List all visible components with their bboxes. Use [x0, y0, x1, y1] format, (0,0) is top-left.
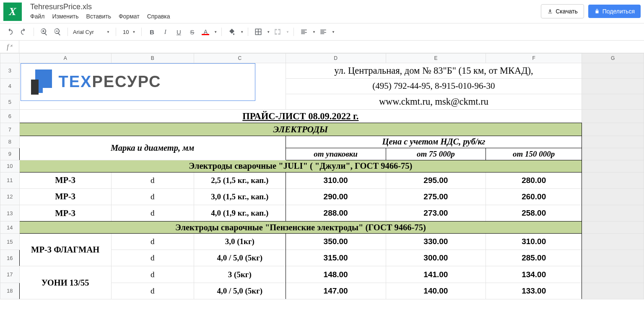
text-color-button[interactable]: A	[200, 26, 211, 38]
zoom-in-button[interactable]	[38, 26, 50, 38]
row-header-15[interactable]: 15	[0, 234, 20, 250]
align-h-button[interactable]	[298, 26, 310, 38]
chevron-down-icon[interactable]: ▼	[267, 30, 270, 34]
menu-help[interactable]: Справка	[147, 13, 170, 20]
merge-button[interactable]	[272, 26, 283, 38]
r12-size[interactable]: 3,0 (1,5 кг., кап.)	[194, 188, 286, 205]
row-header-7[interactable]: 7	[0, 123, 20, 136]
header-price[interactable]: Цена с учетом НДС, руб/кг	[286, 136, 582, 148]
r17-p1[interactable]: 148.00	[286, 266, 386, 283]
r13-d[interactable]: d	[111, 205, 194, 221]
address-line2[interactable]: (495) 792-44-95, 8-915-010-96-30	[286, 78, 582, 94]
cell-g13[interactable]	[582, 205, 644, 221]
col-header-b[interactable]: B	[111, 54, 194, 63]
cell-g8[interactable]	[582, 136, 644, 148]
col-header-c[interactable]: C	[194, 54, 286, 63]
r18-size[interactable]: 4,0 / 5,0 (5кг)	[194, 283, 286, 299]
cell-g14[interactable]	[582, 221, 644, 234]
r15-d[interactable]: d	[111, 234, 194, 250]
cell-g11[interactable]	[582, 172, 644, 188]
r15-p1[interactable]: 350.00	[286, 234, 386, 250]
row-header-11[interactable]: 11	[0, 172, 20, 188]
row-header-5[interactable]: 5	[0, 94, 20, 109]
r17-p2[interactable]: 141.00	[386, 266, 486, 283]
menu-insert[interactable]: Вставить	[86, 13, 111, 20]
r11-d[interactable]: d	[111, 172, 194, 188]
menu-file[interactable]: Файл	[30, 13, 44, 20]
r13-p2[interactable]: 273.00	[386, 205, 486, 221]
r13-p3[interactable]: 258.00	[486, 205, 582, 221]
price-title[interactable]: ПРАЙС-ЛИСТ 08.09.2022 г.	[19, 110, 582, 123]
cell-g5[interactable]	[582, 94, 644, 109]
header-col-f[interactable]: от 150 000р	[486, 148, 582, 160]
row-header-14[interactable]: 14	[0, 221, 20, 234]
r11-p1[interactable]: 310.00	[286, 172, 386, 188]
r11-brand[interactable]: МР-3	[19, 172, 111, 188]
r17-brand[interactable]: УОНИ 13/55	[19, 266, 111, 299]
r12-p2[interactable]: 275.00	[386, 188, 486, 205]
address-line3[interactable]: www.ckmt.ru, msk@ckmt.ru	[286, 94, 582, 109]
group1-header[interactable]: Электроды сварочные "JULI" ( "Джули", ГО…	[19, 160, 582, 172]
r13-p1[interactable]: 288.00	[286, 205, 386, 221]
r18-p2[interactable]: 140.00	[386, 283, 486, 299]
row-header-18[interactable]: 18	[0, 283, 20, 299]
r12-p1[interactable]: 290.00	[286, 188, 386, 205]
row-header-8[interactable]: 8	[0, 136, 20, 148]
header-brand[interactable]: Марка и диаметр, мм	[19, 136, 286, 160]
undo-button[interactable]	[4, 26, 16, 38]
cell-g15[interactable]	[582, 234, 644, 250]
fill-color-button[interactable]	[226, 26, 238, 38]
address-line1[interactable]: ул. Центральная, дом № 83"Б" (15 км, от …	[286, 63, 582, 78]
r11-p2[interactable]: 295.00	[386, 172, 486, 188]
formula-input[interactable]	[19, 41, 644, 53]
row-header-13[interactable]: 13	[0, 205, 20, 221]
row-header-9[interactable]: 9	[0, 148, 20, 160]
r12-d[interactable]: d	[111, 188, 194, 205]
r18-p3[interactable]: 133.00	[486, 283, 582, 299]
r18-d[interactable]: d	[111, 283, 194, 299]
row-header-17[interactable]: 17	[0, 266, 20, 283]
cell-g9[interactable]	[582, 148, 644, 160]
borders-button[interactable]	[252, 26, 264, 38]
row-header-3[interactable]: 3	[0, 63, 20, 78]
align-v-button[interactable]	[317, 26, 329, 38]
cell-g3[interactable]	[582, 63, 644, 78]
r12-brand[interactable]: МР-3	[19, 188, 111, 205]
r16-p1[interactable]: 315.00	[286, 250, 386, 266]
cell-g17[interactable]	[582, 266, 644, 283]
font-select[interactable]: Arial Cyr▼	[72, 27, 112, 37]
cell-g7[interactable]	[582, 123, 644, 136]
col-header-e[interactable]: E	[386, 54, 486, 63]
r15-p2[interactable]: 330.00	[386, 234, 486, 250]
r15-size[interactable]: 3,0 (1кг)	[194, 234, 286, 250]
cell-g10[interactable]	[582, 160, 644, 172]
row-header-16[interactable]: 16	[0, 250, 20, 266]
cell-g12[interactable]	[582, 188, 644, 205]
r17-size[interactable]: 3 (5кг)	[194, 266, 286, 283]
share-button[interactable]: Поделиться	[588, 5, 641, 18]
select-all-corner[interactable]	[0, 54, 20, 63]
r17-p3[interactable]: 134.00	[486, 266, 582, 283]
col-header-g[interactable]: G	[582, 54, 644, 63]
r17-d[interactable]: d	[111, 266, 194, 283]
redo-button[interactable]	[18, 26, 29, 38]
download-button[interactable]: Скачать	[541, 4, 584, 18]
header-col-e[interactable]: от 75 000р	[386, 148, 486, 160]
group2-header[interactable]: Электроды сварочные "Пензенские электрод…	[19, 221, 582, 234]
r16-p2[interactable]: 300.00	[386, 250, 486, 266]
cell-g16[interactable]	[582, 250, 644, 266]
row-header-4[interactable]: 4	[0, 78, 20, 94]
row-header-12[interactable]: 12	[0, 188, 20, 205]
r18-p1[interactable]: 147.00	[286, 283, 386, 299]
menu-format[interactable]: Формат	[119, 13, 140, 20]
chevron-down-icon[interactable]: ▼	[240, 30, 244, 34]
chevron-down-icon[interactable]: ▼	[214, 30, 217, 34]
doc-title[interactable]: TehresursPrice.xls	[30, 3, 541, 11]
logo-cell[interactable]: ТЕХРЕСУРС	[19, 63, 286, 109]
r16-size[interactable]: 4,0 / 5,0 (5кг)	[194, 250, 286, 266]
r12-p3[interactable]: 260.00	[486, 188, 582, 205]
header-col-d[interactable]: от упаковки	[286, 148, 386, 160]
col-header-f[interactable]: F	[486, 54, 582, 63]
r13-size[interactable]: 4,0 (1,9 кг., кап.)	[194, 205, 286, 221]
menu-edit[interactable]: Изменить	[52, 13, 78, 20]
